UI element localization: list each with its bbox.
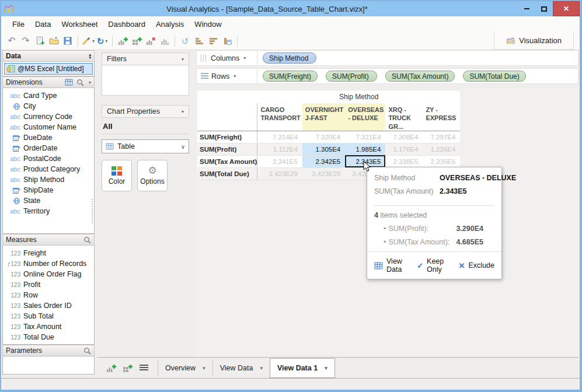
cell-r0-c0[interactable]: 7.314E4 <box>257 131 302 143</box>
menu-item-dashboard[interactable]: Dashboard <box>103 20 151 29</box>
cell-r3-c1[interactable]: 3.423E29 <box>302 167 345 180</box>
sort-descending-icon[interactable] <box>207 34 219 48</box>
chart-window-icon[interactable] <box>221 34 234 48</box>
tooltip-action-view-data[interactable]: View Data <box>374 257 405 274</box>
field-item-total-due[interactable]: 123Total Due <box>3 332 94 342</box>
tab-view-data-1[interactable]: View Data 1▾ <box>270 358 335 378</box>
field-item-shipdate[interactable]: 12ShipDate <box>3 185 94 195</box>
minimize-button[interactable] <box>518 1 535 16</box>
cell-r1-c1[interactable]: 1.305E4 <box>302 143 345 155</box>
field-item-freight[interactable]: 123Freight <box>3 248 94 258</box>
field-item-customer-name[interactable]: abcCustomer Name <box>3 122 94 132</box>
scrollbar-grip[interactable] <box>92 199 93 223</box>
options-button[interactable]: ⚙ Options <box>137 160 168 191</box>
menu-item-data[interactable]: Data <box>30 20 56 29</box>
field-item-duedate[interactable]: 12DueDate <box>3 132 94 143</box>
save-icon[interactable] <box>61 34 74 48</box>
columns-shelf-label-zone[interactable]: Columns ▾ <box>197 54 257 62</box>
pill-sum-total-due[interactable]: SUM(Total Due) <box>463 71 525 82</box>
format-wand-icon[interactable]: ▾ <box>82 34 95 48</box>
new-file-icon[interactable] <box>33 34 46 48</box>
chart-properties-header[interactable]: Chart Properties ▾ <box>102 105 189 118</box>
sheet-list-icon[interactable] <box>137 362 151 374</box>
field-item-row[interactable]: 123Row <box>3 290 94 300</box>
column-header-overseas-deluxe[interactable]: OVERSEAS - DELUXE <box>345 103 385 131</box>
sort-toggle-icon[interactable]: ▴▾ <box>89 53 91 59</box>
sort-ascending-icon[interactable] <box>193 34 205 48</box>
refresh-icon[interactable]: ↻▾ <box>96 34 109 48</box>
field-item-sales-order-id[interactable]: 123Sales Order ID <box>3 300 94 311</box>
column-header-overnight-j-fast[interactable]: OVERNIGHT J-FAST <box>302 103 345 131</box>
field-item-sub-total[interactable]: 123Sub Total <box>3 311 94 321</box>
cell-r2-c0[interactable]: 2.341E5 <box>257 155 302 167</box>
field-item-profit[interactable]: 123Profit <box>3 279 94 290</box>
menu-item-window[interactable]: Window <box>189 20 226 29</box>
column-header-zy-express[interactable]: ZY - EXPRESS <box>423 103 460 131</box>
table-view-icon[interactable] <box>65 79 73 86</box>
field-item-territory[interactable]: abcTerritory <box>3 206 94 216</box>
field-item-postalcode[interactable]: abcPostalCode <box>3 153 94 164</box>
row-header-sum-total-due[interactable]: SUM(Total Due) <box>197 167 257 180</box>
remove-chart-icon[interactable] <box>144 34 157 48</box>
cell-r2-c1[interactable]: 2.342E5 <box>302 155 345 167</box>
field-item-state[interactable]: State <box>3 195 94 206</box>
search-icon[interactable] <box>76 79 84 86</box>
pill-sum-tax-amount[interactable]: SUM(Tax Amount) <box>385 71 455 82</box>
pill-sum-profit[interactable]: SUM(Profit) <box>326 71 377 82</box>
tab-view-data[interactable]: View Data▾ <box>212 360 270 376</box>
pill-sum-freight[interactable]: SUM(Freight) <box>263 71 318 82</box>
add-chart-icon[interactable] <box>116 34 129 48</box>
cell-r1-c4[interactable]: 1.226E4 <box>423 143 460 155</box>
new-dashboard-icon[interactable] <box>120 362 134 374</box>
datasource-item[interactable]: @MS Excel [Untitled] <box>4 63 93 75</box>
color-button[interactable]: Color <box>102 160 132 191</box>
cell-r2-c3[interactable]: 2.338E5 <box>385 155 423 167</box>
rows-shelf-label-zone[interactable]: Rows ▾ <box>197 72 257 80</box>
field-item-city[interactable]: City <box>3 101 94 111</box>
menu-item-worksheet[interactable]: Worksheet <box>56 20 103 29</box>
cell-r0-c2[interactable]: 7.321E4 <box>345 131 385 143</box>
tooltip-action-exclude[interactable]: ✕Exclude <box>459 261 494 270</box>
column-header-xrq-truck-gr[interactable]: XRQ - TRUCK GR... <box>385 103 423 131</box>
field-item-ship-method[interactable]: abcShip Method <box>3 174 94 185</box>
column-header-cargo-transport[interactable]: CARGO TRANSPORT <box>257 103 302 131</box>
redo-icon[interactable]: ↷ <box>19 34 32 48</box>
search-icon[interactable] <box>83 236 91 244</box>
cell-r0-c3[interactable]: 7.308E4 <box>385 131 423 143</box>
field-item-tax-amount[interactable]: 123Tax Amount <box>3 321 94 332</box>
field-item-product-category[interactable]: abcProduct Category <box>3 164 94 174</box>
field-item-orderdate[interactable]: 12OrderDate <box>3 143 94 153</box>
tab-overview[interactable]: Overview▾ <box>158 360 212 376</box>
field-item-number-of-records[interactable]: ƒ123Number of Records <box>3 258 94 269</box>
parameters-shelf[interactable] <box>2 357 95 374</box>
cell-r3-c0[interactable]: 3.423E29 <box>257 167 302 180</box>
add-matrix-icon[interactable] <box>130 34 143 48</box>
new-worksheet-icon[interactable] <box>104 362 118 374</box>
bars-icon[interactable] <box>158 34 171 48</box>
field-item-online-order-flag[interactable]: 123Online Order Flag <box>3 269 94 279</box>
filters-panel-header[interactable]: Filters ▾ <box>102 52 189 65</box>
row-header-sum-freight[interactable]: SUM(Freight) <box>197 131 257 143</box>
close-button[interactable]: ✕ <box>553 1 580 16</box>
chevron-down-icon[interactable]: ▾ <box>89 80 91 85</box>
field-item-currency-code[interactable]: abcCurrency Code <box>3 111 94 122</box>
pill-ship-method[interactable]: Ship Method <box>263 52 316 64</box>
menu-item-file[interactable]: File <box>7 20 30 29</box>
row-header-sum-profit[interactable]: SUM(Profit) <box>197 143 257 155</box>
undo-icon[interactable]: ↶ <box>5 34 18 48</box>
field-item-card-type[interactable]: abcCard Type <box>3 90 94 101</box>
cell-r2-c4[interactable]: 2.335E5 <box>423 155 460 167</box>
menu-item-analysis[interactable]: Analysis <box>151 20 189 29</box>
cell-r0-c4[interactable]: 7.297E4 <box>423 131 460 143</box>
row-header-sum-tax-amount[interactable]: SUM(Tax Amount) <box>197 155 257 167</box>
chart-type-select[interactable]: Table ∨ <box>102 139 189 153</box>
search-icon[interactable] <box>83 347 91 355</box>
maximize-button[interactable] <box>535 1 553 16</box>
cell-r1-c0[interactable]: 1.112E4 <box>257 143 302 155</box>
cell-r1-c2[interactable]: 1.985E4 <box>345 143 385 155</box>
cell-r0-c1[interactable]: 7.320E4 <box>302 131 345 143</box>
tooltip-action-keep-only[interactable]: ✓Keep Only <box>417 257 447 274</box>
swap-axes-icon[interactable]: ↺ <box>179 34 191 48</box>
open-file-icon[interactable] <box>47 34 60 48</box>
visualization-button[interactable]: Visualization <box>494 32 574 50</box>
